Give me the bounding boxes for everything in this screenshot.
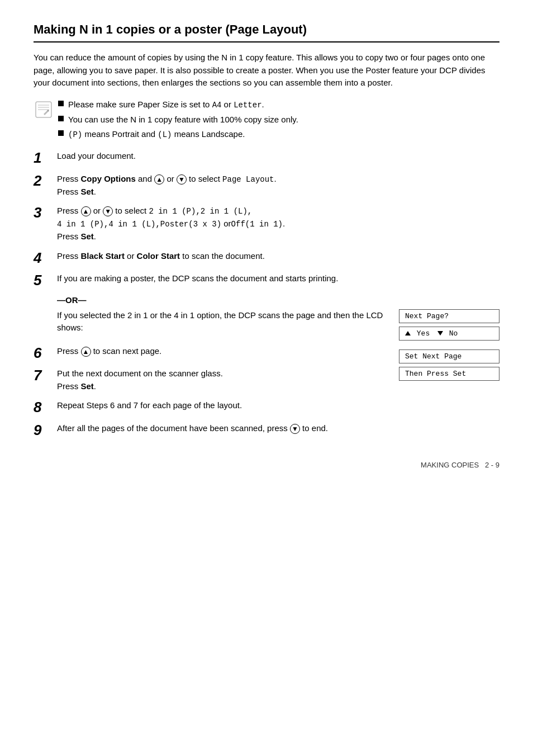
footer-page: 2 - 9 — [485, 461, 499, 469]
up-arrow-btn-6: ▲ — [81, 347, 91, 357]
up-arrow-btn-2: ▲ — [154, 174, 164, 185]
footer: MAKING COPIES 2 - 9 — [34, 461, 499, 469]
lcd-box-then-press-set: Then Press Set — [399, 367, 499, 381]
intro-paragraph: You can reduce the amount of copies by u… — [34, 51, 499, 89]
step-number-6: 6 — [34, 345, 57, 361]
bullet-3 — [58, 130, 64, 136]
note-text-3: (P) means Portrait and (L) means Landsca… — [68, 128, 245, 141]
step-number-5: 5 — [34, 272, 57, 289]
lcd-box-yes-no: Yes No — [399, 327, 499, 341]
lcd-display-2: Set Next Page Then Press Set — [399, 349, 499, 381]
step-9: 9 After all the pages of the document ha… — [34, 422, 499, 438]
steps-6-7-left: 6 Press ▲ to scan next page. 7 Put the n… — [34, 345, 390, 400]
note-box: Please make sure Paper Size is set to A4… — [34, 98, 499, 141]
bullet-1 — [58, 101, 64, 106]
or-section: If you selected the 2 in 1 or the 4 in 1… — [57, 309, 499, 341]
step-6: 6 Press ▲ to scan next page. — [34, 345, 390, 361]
bullet-2 — [58, 116, 64, 121]
note-icon — [34, 100, 54, 120]
lcd-box-set-next-page: Set Next Page — [399, 349, 499, 363]
step-content-5: If you are making a poster, the DCP scan… — [57, 272, 499, 285]
note-line-3: (P) means Portrait and (L) means Landsca… — [58, 128, 298, 141]
step-number-7: 7 — [34, 367, 57, 384]
triangle-up-icon — [405, 331, 411, 336]
footer-text: MAKING COPIES 2 - 9 — [421, 461, 499, 469]
note-text-2: You can use the N in 1 copy feature with… — [68, 114, 298, 126]
step-8: 8 Repeat Steps 6 and 7 for each page of … — [34, 399, 499, 415]
step-content-3: Press ▲ or ▼ to select 2 in 1 (P),2 in 1… — [57, 205, 499, 243]
lcd-box-next-page: Next Page? — [399, 309, 499, 323]
step-number-8: 8 — [34, 399, 57, 415]
down-arrow-btn-9: ▼ — [290, 424, 300, 434]
step-number-9: 9 — [34, 422, 57, 438]
step-5: 5 If you are making a poster, the DCP sc… — [34, 272, 499, 289]
step-number-3: 3 — [34, 205, 57, 221]
step-content-9: After all the pages of the document have… — [57, 422, 499, 435]
step-number-1: 1 — [34, 150, 57, 166]
step-content-2: Press Copy Options and ▲ or ▼ to select … — [57, 173, 499, 199]
step-content-6: Press ▲ to scan next page. — [57, 345, 390, 358]
step-4: 4 Press Black Start or Color Start to sc… — [34, 250, 499, 266]
down-arrow-btn-3: ▼ — [103, 206, 113, 216]
or-left-text: If you selected the 2 in 1 or the 4 in 1… — [57, 309, 390, 334]
step-3: 3 Press ▲ or ▼ to select 2 in 1 (P),2 in… — [34, 205, 499, 243]
step-content-8: Repeat Steps 6 and 7 for each page of th… — [57, 399, 499, 412]
step-2: 2 Press Copy Options and ▲ or ▼ to selec… — [34, 173, 499, 199]
note-line-1: Please make sure Paper Size is set to A4… — [58, 98, 298, 111]
step-1: 1 Load your document. — [34, 150, 499, 166]
step-number-2: 2 — [34, 173, 57, 189]
step-content-4: Press Black Start or Color Start to scan… — [57, 250, 499, 263]
or-divider: —OR— — [57, 295, 499, 305]
down-arrow-btn-2: ▼ — [177, 174, 187, 185]
footer-label: MAKING COPIES — [421, 461, 479, 469]
triangle-down-icon — [437, 331, 443, 336]
note-text-1: Please make sure Paper Size is set to A4… — [68, 98, 264, 111]
step-number-4: 4 — [34, 250, 57, 266]
note-lines: Please make sure Paper Size is set to A4… — [58, 98, 298, 141]
lcd-display-1: Next Page? Yes No — [399, 309, 499, 341]
up-arrow-btn-3: ▲ — [81, 206, 91, 216]
page-title: Making N in 1 copies or a poster (Page L… — [34, 22, 499, 42]
note-line-2: You can use the N in 1 copy feature with… — [58, 114, 298, 126]
steps-6-7-section: 6 Press ▲ to scan next page. 7 Put the n… — [34, 345, 499, 400]
step-7: 7 Put the next document on the scanner g… — [34, 367, 390, 393]
step-content-1: Load your document. — [57, 150, 499, 163]
step-content-7: Put the next document on the scanner gla… — [57, 367, 390, 393]
